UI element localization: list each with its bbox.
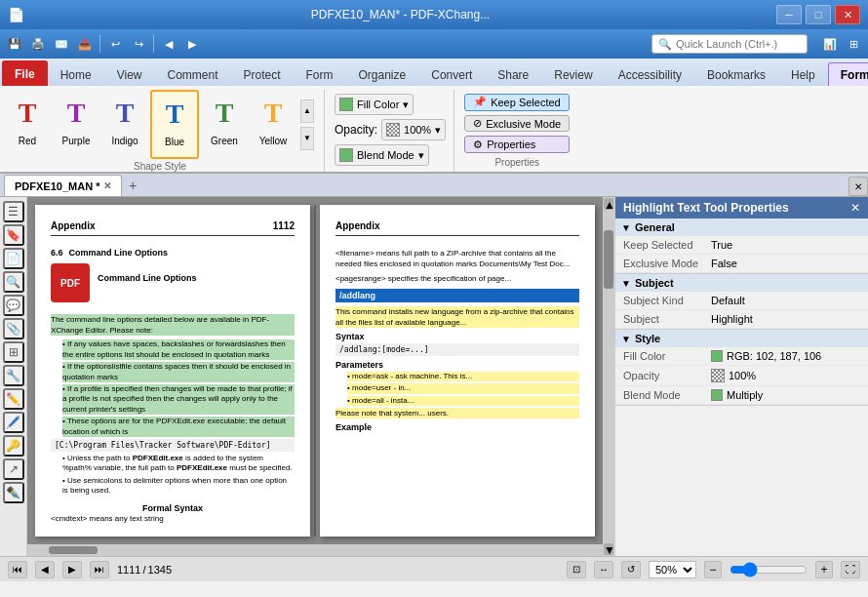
blend-mode-dropdown[interactable]: Blend Mode ▾ bbox=[335, 144, 429, 166]
props-style-header[interactable]: ▼ Style bbox=[615, 330, 868, 347]
qa-send-button[interactable]: 📤 bbox=[74, 33, 96, 55]
pdf-bullet-6: Use semicolons to delimiter options when… bbox=[62, 476, 295, 497]
nav-last-button[interactable]: ⏭ bbox=[90, 561, 109, 578]
scroll-top-btn[interactable]: ▲ bbox=[604, 198, 613, 210]
sidebar-btn-stamp[interactable]: 🔑 bbox=[3, 435, 24, 457]
properties-button[interactable]: ⚙ Properties bbox=[464, 136, 570, 153]
sidebar-btn-clip[interactable]: 📎 bbox=[3, 318, 24, 339]
pdf-header-pageno: 1112 bbox=[273, 220, 295, 231]
color-label-indigo: Indigo bbox=[111, 136, 138, 146]
scroll-bottom-btn[interactable]: ▼ bbox=[604, 543, 613, 555]
pdf-formal-syntax: Formal Syntax bbox=[51, 503, 295, 513]
tab-share[interactable]: Share bbox=[485, 62, 541, 86]
nav-next-button[interactable]: ▶ bbox=[62, 561, 82, 578]
pdf-header-right: Appendix bbox=[335, 220, 579, 236]
scroll-up-button[interactable]: ▲ bbox=[300, 100, 314, 123]
props-row-subject: Subject Highlight bbox=[615, 310, 868, 329]
zoom-out-button[interactable]: − bbox=[704, 561, 722, 578]
sidebar-btn-arrow[interactable]: ✒️ bbox=[3, 482, 24, 503]
ribbon-props-group: 📌 Keep Selected ⊘ Exclusive Mode ⚙ Prope… bbox=[456, 90, 577, 172]
sidebar-btn-layer[interactable]: ⊞ bbox=[3, 341, 24, 363]
sidebar-btn-search[interactable]: 🔍 bbox=[3, 271, 24, 293]
qa-mail-button[interactable]: ✉️ bbox=[51, 33, 72, 55]
fill-color-dropdown[interactable]: Fill Color ▾ bbox=[335, 94, 414, 115]
tab-close-all-button[interactable]: ✕ bbox=[848, 177, 868, 196]
tab-format[interactable]: Format bbox=[828, 62, 868, 86]
color-btn-red[interactable]: T Red bbox=[4, 90, 51, 159]
color-btn-blue[interactable]: T Blue bbox=[150, 90, 199, 159]
zoom-select[interactable]: 50% bbox=[649, 561, 696, 578]
sidebar-btn-page[interactable]: 📄 bbox=[3, 248, 24, 269]
qa-forward-button[interactable]: ▶ bbox=[181, 33, 203, 55]
sidebar-btn-tool3[interactable]: 🖊️ bbox=[3, 412, 24, 433]
tab-file[interactable]: File bbox=[2, 60, 48, 86]
new-tab-button[interactable]: + bbox=[122, 175, 143, 196]
tab-organize[interactable]: Organize bbox=[346, 62, 419, 86]
pdf-syntax-title: Syntax bbox=[335, 332, 579, 341]
sidebar-btn-select[interactable]: ↗ bbox=[3, 458, 24, 480]
props-general-header[interactable]: ▼ General bbox=[615, 219, 868, 236]
doc-tab-bar: PDFXE10_MAN * ✕ + ✕ bbox=[0, 174, 868, 197]
quick-launch-search[interactable]: 🔍 bbox=[651, 34, 808, 54]
tab-form[interactable]: Form bbox=[294, 62, 346, 86]
zoom-in-button[interactable]: + bbox=[815, 561, 833, 578]
opacity-value: 100% bbox=[404, 124, 431, 136]
color-btn-yellow[interactable]: T Yellow bbox=[250, 90, 296, 159]
layout-button[interactable]: ⊞ bbox=[843, 33, 864, 55]
sidebar-btn-bookmark[interactable]: 🔖 bbox=[3, 224, 24, 246]
toolbar-options-button[interactable]: 📊 bbox=[819, 33, 841, 55]
props-subject-header[interactable]: ▼ Subject bbox=[615, 274, 868, 292]
sidebar-btn-tool2[interactable]: ✏️ bbox=[3, 388, 24, 410]
restore-button[interactable]: □ bbox=[806, 5, 831, 24]
props-panel-title: Highlight Text Tool Properties ✕ bbox=[615, 197, 868, 219]
sidebar-btn-tool1[interactable]: 🔧 bbox=[3, 365, 24, 386]
pdf-command-title: Command Line Options bbox=[98, 263, 197, 283]
ribbon-content: T Red T Purple T Indigo T Blue T Green T… bbox=[0, 86, 868, 174]
doc-tab-main[interactable]: PDFXE10_MAN * ✕ bbox=[4, 175, 122, 196]
opacity-key: Opacity bbox=[623, 370, 711, 381]
tab-help[interactable]: Help bbox=[778, 62, 828, 86]
exclusive-mode-button[interactable]: ⊘ Exclusive Mode bbox=[464, 115, 570, 133]
h-scrollbar[interactable] bbox=[27, 544, 603, 556]
total-pages: 1345 bbox=[148, 564, 172, 576]
tab-accessibility[interactable]: Accessibility bbox=[606, 62, 694, 86]
rotate-button[interactable]: ↺ bbox=[621, 561, 641, 578]
scroll-down-button[interactable]: ▼ bbox=[300, 127, 314, 150]
color-btn-indigo[interactable]: T Indigo bbox=[101, 90, 148, 159]
tab-home[interactable]: Home bbox=[48, 62, 104, 86]
pdf-param-3: mode=all - insta... bbox=[347, 396, 579, 406]
minimize-button[interactable]: ─ bbox=[776, 5, 802, 24]
doc-tab-close[interactable]: ✕ bbox=[103, 180, 111, 191]
keep-selected-button[interactable]: 📌 Keep Selected bbox=[464, 94, 570, 111]
tab-comment[interactable]: Comment bbox=[154, 62, 230, 86]
props-close-button[interactable]: ✕ bbox=[850, 201, 860, 215]
fill-color-label: Fill Color bbox=[357, 99, 399, 110]
color-btn-purple[interactable]: T Purple bbox=[53, 90, 99, 159]
fullscreen-button[interactable]: ⛶ bbox=[841, 561, 860, 578]
color-btn-green[interactable]: T Green bbox=[201, 90, 248, 159]
quick-launch-input[interactable] bbox=[676, 38, 793, 50]
opacity-dropdown[interactable]: 100% ▾ bbox=[381, 119, 446, 140]
v-scrollbar[interactable]: ▲ ▼ bbox=[603, 197, 614, 556]
fit-width-button[interactable]: ↔ bbox=[594, 561, 613, 578]
ribbon-fill-group: Fill Color ▾ Opacity: 100% ▾ Blend Mode … bbox=[327, 90, 454, 172]
tab-protect[interactable]: Protect bbox=[231, 62, 294, 86]
zoom-slider[interactable] bbox=[730, 563, 808, 577]
qa-save-button[interactable]: 💾 bbox=[4, 33, 25, 55]
v-scroll-thumb[interactable] bbox=[604, 230, 613, 289]
sidebar-btn-hand[interactable]: ☰ bbox=[3, 201, 24, 222]
tab-review[interactable]: Review bbox=[541, 62, 605, 86]
tab-view[interactable]: View bbox=[104, 62, 155, 86]
tab-convert[interactable]: Convert bbox=[418, 62, 485, 86]
qa-print-button[interactable]: 🖨️ bbox=[27, 33, 49, 55]
close-button[interactable]: ✕ bbox=[835, 5, 860, 24]
qa-back-button[interactable]: ◀ bbox=[158, 33, 179, 55]
qa-undo-button[interactable]: ↩ bbox=[104, 33, 126, 55]
nav-first-button[interactable]: ⏮ bbox=[8, 561, 27, 578]
h-scroll-thumb[interactable] bbox=[49, 546, 98, 554]
qa-redo-button[interactable]: ↪ bbox=[128, 33, 149, 55]
nav-prev-button[interactable]: ◀ bbox=[35, 561, 55, 578]
fit-page-button[interactable]: ⊡ bbox=[567, 561, 586, 578]
sidebar-btn-comment[interactable]: 💬 bbox=[3, 295, 24, 316]
tab-bookmarks[interactable]: Bookmarks bbox=[694, 62, 778, 86]
